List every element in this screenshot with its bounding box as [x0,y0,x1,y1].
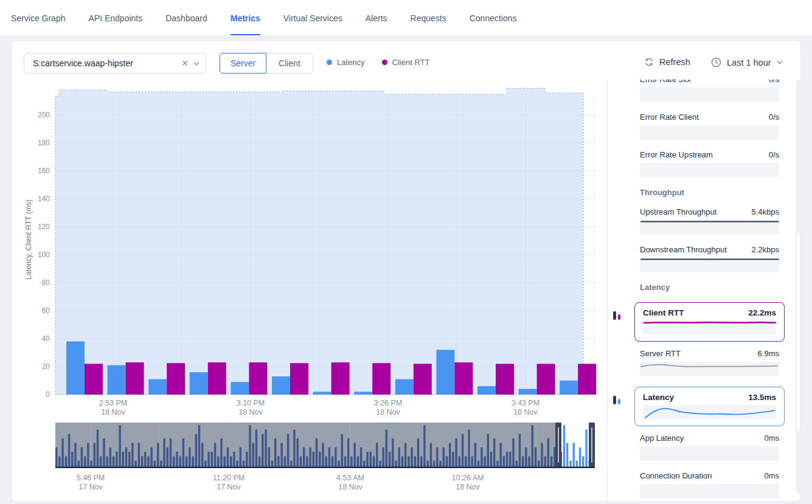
service-filter-select[interactable]: S:cartservice.waap-hipster ✕ [24,53,206,74]
metric-row-server-rtt[interactable]: Server RTT6.9ms [640,349,779,376]
metric-label: Server RTT [640,349,681,358]
clear-filter-icon[interactable]: ✕ [176,58,193,68]
refresh-label: Refresh [659,57,690,67]
metric-row-header: Error Rate 5xx0/s [640,80,779,84]
metric-value: 6.9ms [758,349,779,358]
metric-value: 2.2kbps [751,245,779,254]
time-range-brush-chart[interactable]: 5:46 PM17 Nov11:20 PM17 Nov4:53 AM18 Nov… [55,423,595,492]
latency-bar-chart: 0204060801001201401601802002:53 PM18 Nov… [19,86,600,423]
clock-icon [711,57,721,67]
metric-value: 0ms [764,433,779,443]
legend-item-client-rtt[interactable]: Client RTT [382,58,430,67]
metric-value: 5.4kbps [751,207,779,216]
section-header-throughput: Throughput [640,188,779,197]
svg-text:0: 0 [46,390,50,399]
refresh-button[interactable]: Refresh [644,57,690,67]
metric-row-downstream-throughput[interactable]: Downstream Throughput2.2kbps [640,245,779,272]
nav-item-requests[interactable]: Requests [411,0,446,35]
svg-text:18 Nov: 18 Nov [456,483,480,491]
client-button[interactable]: Client [266,53,313,74]
metric-row-header: Upstream Throughput5.4kbps [640,207,779,216]
metric-label: Error Rate Client [640,112,699,122]
sparkline-upstream-throughput [640,220,779,235]
server-client-toggle: Server Client [220,53,313,74]
chart-toggle-icon-latency[interactable] [613,393,625,404]
metric-row-header: Client RTT22.2ms [643,308,776,317]
nav-item-dashboard[interactable]: Dashboard [165,0,207,35]
metric-row-header: Error Rate Client0/s [640,112,779,122]
nav-item-alerts[interactable]: Alerts [366,0,387,35]
metric-row-error-rate-5xx[interactable]: Error Rate 5xx0/s [640,80,779,102]
legend-label: Client RTT [392,58,430,67]
metric-row-header: Downstream Throughput2.2kbps [640,245,779,254]
metric-label: Connection Duration [640,471,712,480]
svg-text:40: 40 [42,334,50,343]
nav-item-api-endpoints[interactable]: API Endpoints [88,0,142,35]
svg-text:140: 140 [38,195,50,203]
svg-text:5:46 PM: 5:46 PM [77,474,105,482]
metric-row-error-rate-upstream[interactable]: Error Rate Upstream0/s [640,150,779,178]
sparkline-client-rtt [643,320,776,335]
metric-row-client-rtt[interactable]: Client RTT22.2ms [634,302,785,342]
chart-toggle-icon-client-rtt[interactable] [613,309,625,320]
time-range-label: Last 1 hour [727,58,771,67]
server-button[interactable]: Server [220,53,266,74]
time-range-selector[interactable]: Last 1 hour [711,57,783,67]
top-navigation: Service GraphAPI EndpointsDashboardMetri… [0,0,812,35]
legend-dot [382,60,387,65]
service-filter-value: S:cartservice.waap-hipster [33,58,176,68]
metric-row-header: Connection Duration0ms [640,471,779,480]
metric-row-connection-duration[interactable]: Connection Duration0ms [640,471,779,499]
metric-row-latency[interactable]: Latency13.5ms [634,387,785,426]
sparkline-error-rate-5xx [640,88,779,102]
svg-text:18 Nov: 18 Nov [238,408,263,416]
metrics-panel: S:cartservice.waap-hipster ✕ Server Clie… [11,40,801,502]
svg-text:18 Nov: 18 Nov [376,408,400,416]
svg-text:2:53 PM: 2:53 PM [99,399,128,407]
brush-handle[interactable] [589,423,595,468]
metric-row-upstream-throughput[interactable]: Upstream Throughput5.4kbps [640,207,779,235]
metric-label: Error Rate 5xx [640,80,691,84]
svg-text:160: 160 [38,167,50,175]
sparkline-error-rate-upstream [640,163,779,178]
chart-legend: LatencyClient RTT [327,58,429,67]
metric-label: Client RTT [643,308,684,317]
metric-value: 0/s [769,112,779,122]
nav-item-service-graph[interactable]: Service Graph [11,0,65,35]
sparkline-latency [643,405,776,419]
svg-text:17 Nov: 17 Nov [78,483,103,491]
svg-text:120: 120 [38,223,50,231]
chevron-down-icon[interactable] [193,61,200,66]
metric-row-error-rate-client[interactable]: Error Rate Client0/s [640,112,779,140]
metrics-sidebar: Error Rate 5xx0/sError Rate Client0/sErr… [607,80,802,502]
nav-item-metrics[interactable]: Metrics [231,0,260,35]
metric-row-header: Error Rate Upstream0/s [640,150,779,159]
svg-text:11:20 PM: 11:20 PM [213,474,245,482]
metric-label: Downstream Throughput [640,245,727,254]
nav-item-virtual-services[interactable]: Virtual Services [283,0,342,35]
legend-label: Latency [337,58,365,67]
legend-item-latency[interactable]: Latency [327,58,365,67]
sparkline-downstream-throughput [640,258,779,272]
metric-row-app-latency[interactable]: App Latency0ms [640,433,779,461]
svg-text:18 Nov: 18 Nov [513,408,538,416]
metric-label: App Latency [640,433,684,443]
scrollbar-thumb[interactable] [796,232,801,432]
svg-text:20: 20 [42,362,50,371]
svg-text:3:10 PM: 3:10 PM [237,399,265,407]
sparkline-server-rtt [640,362,779,376]
svg-text:60: 60 [42,306,50,315]
sparkline-connection-duration [640,484,779,499]
svg-text:80: 80 [42,278,50,287]
svg-text:4:53 AM: 4:53 AM [336,474,364,482]
metric-value: 13.5ms [748,393,776,402]
nav-item-connections[interactable]: Connections [470,0,517,35]
svg-text:100: 100 [38,250,50,259]
svg-text:200: 200 [38,111,50,119]
metric-value: 0/s [769,80,779,84]
metric-value: 22.2ms [748,308,776,317]
metric-row-header: Server RTT6.9ms [640,349,779,358]
svg-text:18 Nov: 18 Nov [338,483,363,491]
brush-handle[interactable] [555,423,561,468]
metric-value: 0/s [769,150,779,159]
